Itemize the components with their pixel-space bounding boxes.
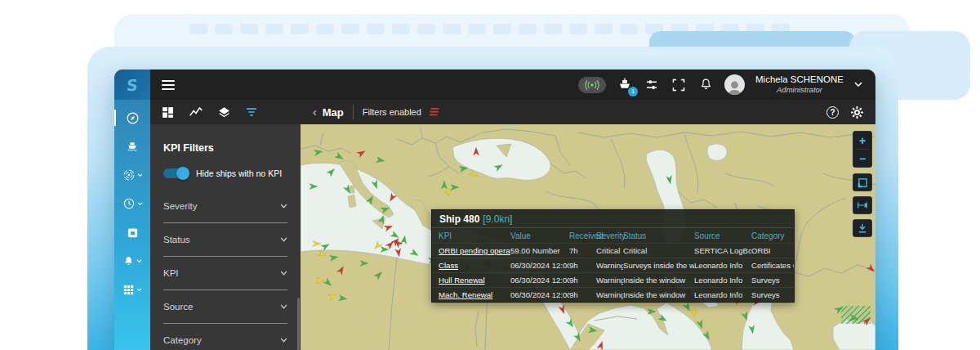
extent-frame-icon <box>858 177 868 188</box>
popup-table-body: ORBI pending operations59.00 Number7hCri… <box>432 243 794 302</box>
cell: Critical <box>596 244 623 258</box>
kpi-table-row[interactable]: ORBI pending operations59.00 Number7hCri… <box>432 243 794 258</box>
back-chevron[interactable]: ‹ <box>313 105 317 119</box>
filter-list: SeverityStatusKPISourceCategory <box>163 190 287 350</box>
cell: 06/30/2024 12:00 AM <box>510 273 569 287</box>
sidebar-item-history[interactable] <box>114 193 150 214</box>
dashboard-icon[interactable] <box>161 105 175 119</box>
filter-dropdown-category[interactable]: Category <box>163 324 287 350</box>
map-extent-button[interactable] <box>853 173 872 191</box>
arrows-horizontal-icon <box>857 201 868 209</box>
filter-dropdown-status[interactable]: Status <box>163 223 287 257</box>
panel-title: KPI Filters <box>163 142 287 154</box>
view-switch-icons <box>150 105 258 119</box>
caret-down-icon <box>280 271 287 276</box>
cell: Inside the window <box>623 273 694 287</box>
kpi-table-row[interactable]: Class06/30/2024 12:00 AM9hWarningSurveys… <box>432 258 794 272</box>
map-canvas[interactable]: Ship 480[9.0kn] KPIValueReceivedSeverity… <box>301 124 875 350</box>
cell: 59.00 Number <box>510 244 569 258</box>
sidebar-item-apps[interactable] <box>114 279 150 300</box>
cell: 06/30/2024 12:00 AM <box>510 258 569 272</box>
chevron-down-icon <box>136 288 142 292</box>
popup-table-header: KPIValueReceivedSeverityStatusSourceCate… <box>432 228 794 243</box>
user-block[interactable]: Michela SCHENONE Administrator <box>755 74 844 94</box>
kpi-link[interactable]: Class <box>439 258 510 272</box>
filter-label: Status <box>163 235 190 245</box>
fleet-notifications-button[interactable]: 1 <box>617 77 633 93</box>
help-button[interactable]: ? <box>826 106 839 119</box>
kpi-table-row[interactable]: Hull Renewal06/30/2024 12:00 AM9hWarning… <box>432 272 794 287</box>
app-window: S 1 <box>114 70 875 350</box>
hide-ships-toggle-row: Hide ships with no KPI <box>163 168 287 178</box>
cell: Critical <box>623 244 694 258</box>
kpi-link[interactable]: Mach. Renewal <box>439 288 510 302</box>
notification-badge: 1 <box>628 87 638 96</box>
active-filter-icon[interactable] <box>426 107 441 117</box>
filters-enabled-label: Filters enabled <box>363 107 421 117</box>
filter-label: Category <box>163 335 202 345</box>
panel-scrollbar[interactable] <box>297 298 300 350</box>
cell: 06/30/2024 12:00 AM <box>510 288 569 302</box>
fullscreen-button[interactable] <box>670 77 687 93</box>
filter-dropdown-severity[interactable]: Severity <box>163 190 287 223</box>
hamburger-menu-icon[interactable] <box>162 78 175 92</box>
column-header: Source <box>694 228 751 243</box>
measure-distance-button[interactable] <box>853 196 872 214</box>
topbar-right-group: 1 <box>578 74 875 95</box>
kpi-table-row[interactable]: Mach. Renewal06/30/2024 12:00 AM9hWarnin… <box>432 287 794 302</box>
filter-label: Source <box>163 302 193 312</box>
trend-chart-icon[interactable] <box>189 105 203 119</box>
zoom-out-button[interactable]: − <box>853 150 871 167</box>
avatar[interactable] <box>724 74 745 95</box>
column-header: KPI <box>439 228 510 243</box>
chevron-down-icon <box>137 202 143 206</box>
hide-ships-toggle[interactable] <box>163 168 188 178</box>
ship-speed: [9.0kn] <box>483 213 512 225</box>
kpi-link[interactable]: ORBI pending operations <box>439 244 510 258</box>
chevron-down-icon <box>136 259 142 263</box>
sidebar-item-fleet[interactable] <box>114 136 150 157</box>
layers-icon[interactable] <box>217 105 231 119</box>
gear-icon[interactable] <box>850 105 864 119</box>
kpi-link[interactable]: Hull Renewal <box>439 273 510 287</box>
map-toolbar: ‹ Map Filters enabled ? <box>150 100 875 124</box>
tune-settings-button[interactable] <box>644 77 660 93</box>
user-name: Michela SCHENONE <box>755 74 844 85</box>
chevron-down-icon[interactable] <box>854 82 862 88</box>
zoom-in-button[interactable]: + <box>853 132 871 149</box>
cell: ORBI <box>751 244 794 258</box>
connection-status-pill[interactable] <box>578 77 606 93</box>
popup-title: Ship 480[9.0kn] <box>432 210 794 228</box>
filter-lines-icon[interactable] <box>245 106 258 118</box>
column-header: Status <box>623 228 694 243</box>
cell: Surveys inside the window <box>623 258 694 272</box>
toggle-knob <box>176 167 189 180</box>
sidebar-item-alerts[interactable] <box>114 250 150 271</box>
help-glyph: ? <box>830 108 835 117</box>
bell-icon <box>122 255 135 267</box>
filter-dropdown-source[interactable]: Source <box>163 290 287 324</box>
sidebar-item-events[interactable] <box>114 222 150 243</box>
app-logo[interactable]: S <box>114 70 150 100</box>
page-title: Map <box>323 106 344 119</box>
alerts-button[interactable] <box>697 77 714 93</box>
bell-icon <box>699 78 713 92</box>
cell: 9h <box>569 273 596 287</box>
caret-down-icon <box>280 338 287 343</box>
toggle-label: Hide ships with no KPI <box>196 168 282 178</box>
download-map-button[interactable] <box>853 219 872 237</box>
event-box-icon <box>127 227 139 239</box>
cell: Warning <box>596 273 623 287</box>
filter-label: Severity <box>163 201 198 211</box>
grid-icon <box>122 284 135 296</box>
cell: Surveys <box>751 288 794 302</box>
cell: Leonardo Info <box>694 258 751 272</box>
map-breadcrumb: ‹ Map Filters enabled <box>313 100 440 124</box>
user-role: Administrator <box>755 86 844 95</box>
sidebar-item-map[interactable] <box>114 107 150 128</box>
sidebar-item-monitoring[interactable] <box>114 164 150 186</box>
filter-dropdown-kpi[interactable]: KPI <box>163 257 287 290</box>
person-icon <box>726 79 743 95</box>
ship-popup[interactable]: Ship 480[9.0kn] KPIValueReceivedSeverity… <box>431 209 795 303</box>
column-header: Received <box>569 228 596 243</box>
